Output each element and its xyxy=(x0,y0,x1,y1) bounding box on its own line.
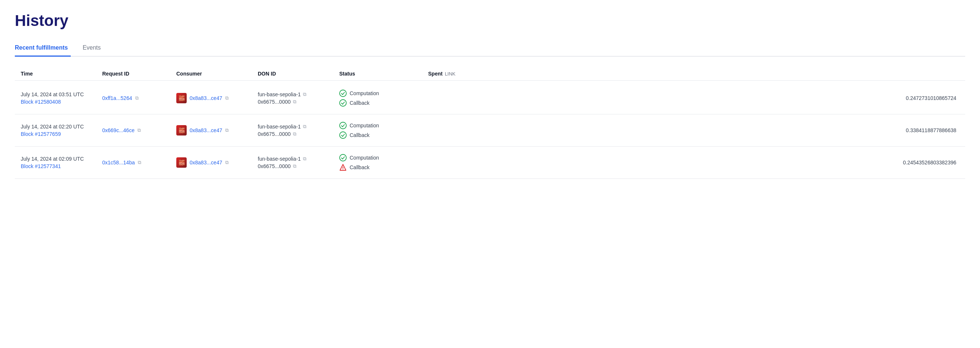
don-id-name-0: fun-base-sepolia-1 xyxy=(258,91,301,97)
copy-request-id-icon-0[interactable]: ⧉ xyxy=(135,95,138,101)
copy-don-addr-icon-1[interactable]: ⧉ xyxy=(293,131,296,137)
copy-don-name-icon-1[interactable]: ⧉ xyxy=(303,124,306,130)
status-callback-2: Callback xyxy=(339,164,428,171)
check-computation-icon-2 xyxy=(339,154,347,161)
col-spent: Spent LINK xyxy=(428,71,959,76)
fulfillments-table: Time Request ID Consumer DON ID Status S… xyxy=(15,67,965,179)
request-id-link-0[interactable]: 0xff1a...5264 xyxy=(102,95,132,101)
check-computation-icon-1 xyxy=(339,122,347,129)
don-id-addr-1: 0x6675...0000 xyxy=(258,131,291,137)
don-id-name-2: fun-base-sepolia-1 xyxy=(258,156,301,162)
don-id-cell-1: fun-base-sepolia-1 ⧉ 0x6675...0000 ⧉ xyxy=(258,124,339,137)
status-callback-text-1: Callback xyxy=(350,132,370,138)
consumer-cell-1: 🧱 0x8a83...ce47 ⧉ xyxy=(176,125,258,135)
spent-cell-1: 0.3384118877886638 xyxy=(428,127,959,133)
consumer-avatar-1: 🧱 xyxy=(176,125,187,135)
consumer-link-2[interactable]: 0x8a83...ce47 xyxy=(189,160,222,165)
check-callback-icon-1 xyxy=(339,132,347,139)
don-id-addr-0: 0x6675...0000 xyxy=(258,99,291,105)
status-computation-0: Computation xyxy=(339,90,428,97)
request-id-link-1[interactable]: 0x669c...46ce xyxy=(102,127,134,133)
don-id-name-1: fun-base-sepolia-1 xyxy=(258,124,301,130)
status-computation-text-1: Computation xyxy=(350,122,379,129)
consumer-cell-2: 🧱 0x8a83...ce47 ⧉ xyxy=(176,157,258,168)
consumer-link-0[interactable]: 0x8a83...ce47 xyxy=(189,95,222,101)
status-callback-0: Callback xyxy=(339,99,428,106)
spent-cell-2: 0.24543526803382396 xyxy=(428,160,959,165)
status-computation-text-2: Computation xyxy=(350,155,379,160)
status-callback-text-0: Callback xyxy=(350,100,370,106)
col-time: Time xyxy=(21,71,102,76)
block-link-1[interactable]: Block #12577659 xyxy=(21,131,102,137)
consumer-avatar-2: 🧱 xyxy=(176,157,187,168)
block-link-0[interactable]: Block #12580408 xyxy=(21,99,102,105)
col-consumer: Consumer xyxy=(176,71,258,76)
consumer-cell-0: 🧱 0x8a83...ce47 ⧉ xyxy=(176,93,258,103)
consumer-avatar-0: 🧱 xyxy=(176,93,187,103)
time-text-0: July 14, 2024 at 03:51 UTC xyxy=(21,91,102,97)
svg-point-2 xyxy=(340,122,346,129)
don-id-row-name-2: fun-base-sepolia-1 ⧉ xyxy=(258,156,339,162)
col-don-id: DON ID xyxy=(258,71,339,76)
request-id-link-2[interactable]: 0x1c58...14ba xyxy=(102,160,135,165)
request-id-cell-1: 0x669c...46ce ⧉ xyxy=(102,127,176,133)
svg-point-3 xyxy=(340,132,346,138)
copy-don-name-icon-2[interactable]: ⧉ xyxy=(303,156,306,162)
block-link-2[interactable]: Block #12577341 xyxy=(21,163,102,169)
copy-request-id-icon-1[interactable]: ⧉ xyxy=(137,127,141,133)
request-id-cell-2: 0x1c58...14ba ⧉ xyxy=(102,160,176,165)
status-callback-1: Callback xyxy=(339,132,428,139)
don-id-row-name-1: fun-base-sepolia-1 ⧉ xyxy=(258,124,339,130)
status-callback-text-2: Callback xyxy=(350,164,370,170)
svg-point-4 xyxy=(340,154,346,161)
table-header: Time Request ID Consumer DON ID Status S… xyxy=(15,67,965,81)
copy-don-addr-icon-0[interactable]: ⧉ xyxy=(293,99,296,105)
consumer-link-1[interactable]: 0x8a83...ce47 xyxy=(189,127,222,133)
col-request-id: Request ID xyxy=(102,71,176,76)
don-id-row-addr-0: 0x6675...0000 ⧉ xyxy=(258,99,339,105)
check-callback-icon-0 xyxy=(339,99,347,106)
don-id-row-addr-1: 0x6675...0000 ⧉ xyxy=(258,131,339,137)
tabs-container: Recent fulfillments Events xyxy=(15,40,965,57)
svg-point-6 xyxy=(343,169,343,170)
time-cell-0: July 14, 2024 at 03:51 UTC Block #125804… xyxy=(21,91,102,105)
don-id-row-name-0: fun-base-sepolia-1 ⧉ xyxy=(258,91,339,97)
col-status: Status xyxy=(339,71,428,76)
copy-request-id-icon-2[interactable]: ⧉ xyxy=(138,160,141,165)
status-cell-1: Computation Callback xyxy=(339,122,428,139)
table-row: July 14, 2024 at 02:20 UTC Block #125776… xyxy=(15,114,965,146)
status-computation-1: Computation xyxy=(339,122,428,129)
time-cell-1: July 14, 2024 at 02:20 UTC Block #125776… xyxy=(21,124,102,137)
spent-cell-0: 0.2472731010865724 xyxy=(428,95,959,101)
request-id-cell-0: 0xff1a...5264 ⧉ xyxy=(102,95,176,101)
table-row: July 14, 2024 at 03:51 UTC Block #125804… xyxy=(15,82,965,114)
time-text-1: July 14, 2024 at 02:20 UTC xyxy=(21,124,102,130)
tab-recent-fulfillments[interactable]: Recent fulfillments xyxy=(15,40,71,57)
svg-point-1 xyxy=(340,100,346,106)
copy-consumer-icon-1[interactable]: ⧉ xyxy=(225,127,229,133)
page-title: History xyxy=(15,12,965,30)
time-cell-2: July 14, 2024 at 02:09 UTC Block #125773… xyxy=(21,156,102,169)
copy-don-name-icon-0[interactable]: ⧉ xyxy=(303,91,306,97)
don-id-cell-2: fun-base-sepolia-1 ⧉ 0x6675...0000 ⧉ xyxy=(258,156,339,169)
svg-point-0 xyxy=(340,90,346,97)
time-text-2: July 14, 2024 at 02:09 UTC xyxy=(21,156,102,162)
warning-callback-icon-2 xyxy=(339,164,347,171)
copy-don-addr-icon-2[interactable]: ⧉ xyxy=(293,163,296,169)
status-cell-2: Computation Callback xyxy=(339,154,428,171)
table-row: July 14, 2024 at 02:09 UTC Block #125773… xyxy=(15,146,965,179)
don-id-cell-0: fun-base-sepolia-1 ⧉ 0x6675...0000 ⧉ xyxy=(258,91,339,105)
status-computation-2: Computation xyxy=(339,154,428,161)
copy-consumer-icon-2[interactable]: ⧉ xyxy=(225,160,229,165)
copy-consumer-icon-0[interactable]: ⧉ xyxy=(225,95,229,101)
status-computation-text-0: Computation xyxy=(350,91,379,96)
status-cell-0: Computation Callback xyxy=(339,90,428,106)
don-id-addr-2: 0x6675...0000 xyxy=(258,163,291,169)
check-computation-icon-0 xyxy=(339,90,347,97)
tab-events[interactable]: Events xyxy=(83,40,104,57)
don-id-row-addr-2: 0x6675...0000 ⧉ xyxy=(258,163,339,169)
